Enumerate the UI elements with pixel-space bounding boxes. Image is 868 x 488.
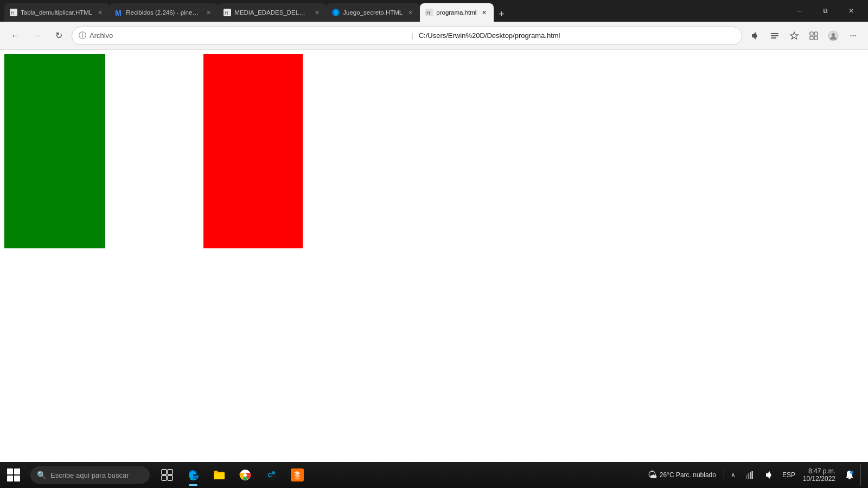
sublime-icon xyxy=(291,468,304,481)
volume-icon[interactable] xyxy=(761,466,778,484)
tab-media[interactable]: H MEDIA_EDADES_DELAFAMILAI.H... ✕ xyxy=(218,3,327,22)
tab-favicon-5: H xyxy=(425,9,433,16)
refresh-button[interactable]: ↻ xyxy=(50,27,67,44)
taskbar-app-coreldraw[interactable]: C xyxy=(259,463,283,487)
toolbar-icons: ··· xyxy=(746,27,861,44)
svg-rect-11 xyxy=(814,32,818,35)
profile-button[interactable] xyxy=(825,27,842,44)
svg-point-24 xyxy=(272,471,275,474)
tab-close-5[interactable]: ✕ xyxy=(480,8,488,17)
tab-favicon-3: H xyxy=(224,9,231,16)
weather-text: 26°C Parc. nublado xyxy=(660,471,716,479)
svg-rect-28 xyxy=(750,472,751,479)
svg-rect-19 xyxy=(168,476,173,480)
red-rectangle xyxy=(203,54,303,248)
minimize-button[interactable]: ─ xyxy=(787,2,812,20)
tab-juego[interactable]: Juego_secreto.HTML ✕ xyxy=(327,3,420,22)
tab-close-2[interactable]: ✕ xyxy=(204,8,213,17)
svg-rect-13 xyxy=(814,36,818,40)
svg-text:H: H xyxy=(426,10,430,16)
page-content xyxy=(0,50,868,462)
svg-rect-27 xyxy=(748,473,749,479)
url-protocol: Archivo xyxy=(90,31,406,40)
search-icon: 🔍 xyxy=(37,471,46,479)
lock-icon: ⓘ xyxy=(79,31,86,41)
browser-window: H Tabla_demultiplicar.HTML ✕ M Recibidos… xyxy=(0,0,868,488)
taskbar-app-edge[interactable] xyxy=(181,463,205,487)
taskbar-app-taskview[interactable] xyxy=(155,463,179,487)
edge-icon xyxy=(187,468,200,481)
tab-favicon-4 xyxy=(332,9,340,16)
svg-rect-26 xyxy=(746,475,747,479)
tab-favicon-1: H xyxy=(10,9,17,16)
tab-gmail[interactable]: M Recibidos (2.246) - pinedaange... ✕ xyxy=(110,3,218,22)
svg-point-21 xyxy=(244,473,247,477)
svg-text:C: C xyxy=(268,472,272,478)
date-display: 10/12/2022 xyxy=(803,475,835,483)
svg-point-15 xyxy=(832,33,835,36)
immersive-reader-button[interactable] xyxy=(766,27,783,44)
svg-rect-17 xyxy=(168,470,173,474)
tab-label-4: Juego_secreto.HTML xyxy=(343,9,403,16)
tab-favicon-2: M xyxy=(115,9,123,16)
url-bar[interactable]: ⓘ Archivo | C:/Users/Erwin%20D/Desktop/p… xyxy=(72,27,742,45)
close-button[interactable]: ✕ xyxy=(839,2,864,20)
tab-close-4[interactable]: ✕ xyxy=(406,8,414,17)
green-rectangle xyxy=(4,54,105,248)
tab-label-2: Recibidos (2.246) - pinedaange... xyxy=(126,9,201,16)
tab-close-1[interactable]: ✕ xyxy=(95,8,104,17)
notification-button[interactable]: 2 xyxy=(841,462,858,488)
tab-label-3: MEDIA_EDADES_DELAFAMILAI.H... xyxy=(234,9,309,16)
windows-logo-icon xyxy=(7,468,20,481)
chevron-up-icon: ∧ xyxy=(731,471,736,479)
network-icon[interactable] xyxy=(741,466,758,484)
folder-icon xyxy=(213,468,226,481)
forward-button[interactable]: → xyxy=(28,27,46,44)
svg-text:H: H xyxy=(11,10,15,16)
search-placeholder: Escribe aquí para buscar xyxy=(50,471,129,479)
back-button[interactable]: ← xyxy=(7,27,24,44)
start-button[interactable] xyxy=(0,462,27,488)
taskbar-app-explorer[interactable] xyxy=(207,463,231,487)
taskbar-search[interactable]: 🔍 Escribe aquí para buscar xyxy=(30,466,150,484)
language-text: ESP xyxy=(782,471,795,479)
task-view-icon xyxy=(161,469,173,481)
language-indicator[interactable]: ESP xyxy=(780,466,797,484)
url-path: C:/Users/Erwin%20D/Desktop/programa.html xyxy=(419,31,735,40)
tray-divider xyxy=(724,468,724,481)
address-bar: ← → ↻ ⓘ Archivo | C:/Users/Erwin%20D/Des… xyxy=(0,22,868,50)
svg-rect-7 xyxy=(771,33,778,34)
restore-button[interactable]: ⧉ xyxy=(813,2,838,20)
system-tray[interactable]: ∧ xyxy=(727,464,739,486)
svg-rect-8 xyxy=(771,35,778,36)
collections-button[interactable] xyxy=(805,27,822,44)
read-aloud-button[interactable] xyxy=(746,27,764,44)
svg-rect-10 xyxy=(810,32,813,35)
new-tab-button[interactable]: + xyxy=(494,7,509,22)
svg-rect-12 xyxy=(810,36,813,40)
url-separator: | xyxy=(411,31,413,40)
more-options-button[interactable]: ··· xyxy=(844,27,861,44)
show-desktop-button[interactable] xyxy=(860,464,864,486)
favorites-button[interactable] xyxy=(786,27,803,44)
title-bar: H Tabla_demultiplicar.HTML ✕ M Recibidos… xyxy=(0,0,868,22)
svg-rect-9 xyxy=(771,37,776,38)
time-display: 8:47 p.m. xyxy=(808,467,835,475)
tab-programa[interactable]: H programa.html ✕ xyxy=(420,3,494,22)
tab-tabla[interactable]: H Tabla_demultiplicar.HTML ✕ xyxy=(4,3,110,22)
svg-rect-29 xyxy=(751,471,752,479)
tab-label-5: programa.html xyxy=(436,9,476,16)
clock-area[interactable]: 8:47 p.m. 10/12/2022 xyxy=(800,467,839,483)
taskbar-right: 🌤 26°C Parc. nublado ∧ xyxy=(648,462,868,488)
tab-close-3[interactable]: ✕ xyxy=(312,8,321,17)
taskbar-app-chrome[interactable] xyxy=(233,463,257,487)
svg-rect-18 xyxy=(162,476,167,480)
chrome-icon xyxy=(239,468,252,481)
taskbar-apps: C xyxy=(155,463,309,487)
tab-label-1: Tabla_demultiplicar.HTML xyxy=(21,9,92,16)
taskbar-app-sublime[interactable] xyxy=(285,463,309,487)
tab-strip: H Tabla_demultiplicar.HTML ✕ M Recibidos… xyxy=(4,0,782,22)
window-controls: ─ ⧉ ✕ xyxy=(787,2,864,20)
weather-widget[interactable]: 🌤 26°C Parc. nublado xyxy=(648,470,720,481)
taskbar: 🔍 Escribe aquí para buscar xyxy=(0,462,868,488)
